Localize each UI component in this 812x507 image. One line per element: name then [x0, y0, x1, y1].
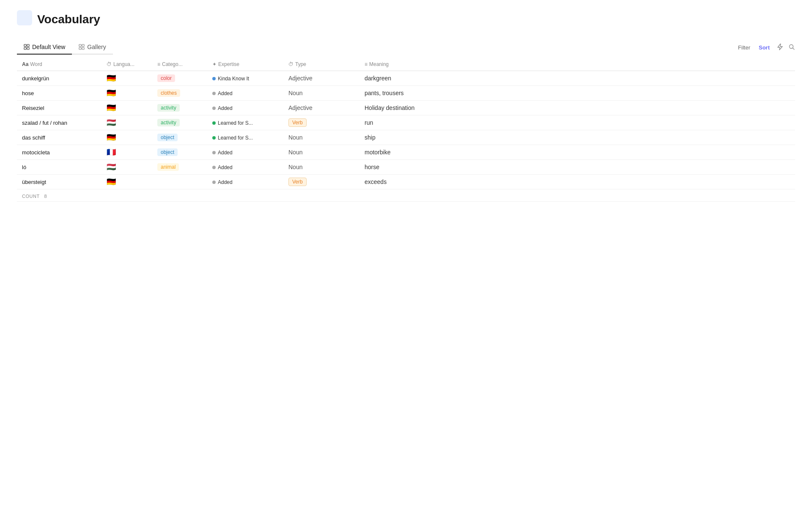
- type-badge: Verb: [288, 178, 307, 186]
- count-row: COUNT 8: [17, 189, 795, 202]
- svg-rect-9: [82, 47, 84, 49]
- word-text: das schiff: [22, 134, 45, 141]
- meaning-text: motorbike: [365, 149, 390, 156]
- language-cell: 🇩🇪: [102, 130, 152, 145]
- table-row[interactable]: Reiseziel 🇩🇪 activity Added Adjective Ho…: [17, 101, 795, 115]
- col-header-meaning: ≡ Meaning: [359, 58, 795, 71]
- word-cell: dunkelgrün: [17, 71, 102, 86]
- page: 📖 Vocabulary Default View: [0, 0, 812, 212]
- sort-button[interactable]: Sort: [757, 44, 771, 52]
- vocabulary-table: Aa Word ⏱ Langua... ≡ Catego...: [17, 58, 795, 202]
- expertise-label: Added: [218, 179, 233, 185]
- language-cell: 🇩🇪: [102, 175, 152, 189]
- col-header-type: ⏱ Type: [283, 58, 359, 71]
- expertise-dot: [212, 121, 216, 125]
- table-row[interactable]: dunkelgrün 🇩🇪 color Kinda Know It Adject…: [17, 71, 795, 86]
- flag-icon: 🇫🇷: [107, 148, 116, 156]
- page-header: 📖 Vocabulary: [17, 10, 795, 28]
- table-row[interactable]: das schiff 🇩🇪 object Learned for S... No…: [17, 130, 795, 145]
- word-text: hose: [22, 90, 34, 96]
- flag-icon: 🇩🇪: [107, 133, 116, 142]
- tab-default-view[interactable]: Default View: [17, 40, 72, 55]
- expertise-dot: [212, 166, 216, 169]
- table-row[interactable]: ló 🇭🇺 animal Added Noun horse: [17, 160, 795, 175]
- meaning-cell: motorbike: [359, 145, 795, 160]
- expertise-dot: [212, 92, 216, 95]
- expertise-label: Learned for S...: [218, 120, 253, 126]
- word-text: Reiseziel: [22, 105, 44, 111]
- word-cell: hose: [17, 86, 102, 101]
- svg-rect-4: [24, 47, 26, 49]
- table-row[interactable]: motocicleta 🇫🇷 object Added Noun motorbi…: [17, 145, 795, 160]
- toolbar-wrapper: Default View Gallery Filter Sort: [17, 37, 795, 58]
- meaning-text: horse: [365, 164, 379, 170]
- expertise-dot: [212, 151, 216, 154]
- category-tag: animal: [157, 163, 179, 171]
- word-text: motocicleta: [22, 149, 50, 156]
- flag-icon: 🇩🇪: [107, 178, 116, 186]
- word-cell: motocicleta: [17, 145, 102, 160]
- meaning-cell: exceeds: [359, 175, 795, 189]
- type-cell: Noun: [283, 160, 359, 175]
- expertise-badge: Added: [212, 179, 233, 185]
- category-tag: activity: [157, 104, 180, 112]
- language-cell: 🇫🇷: [102, 145, 152, 160]
- table-row[interactable]: szalad / fut / rohan 🇭🇺 activity Learned…: [17, 115, 795, 130]
- toolbar-right: Filter Sort: [736, 44, 795, 52]
- table-row[interactable]: übersteigt 🇩🇪 Added Verb exceeds: [17, 175, 795, 189]
- count-value: 8: [44, 194, 47, 199]
- expertise-label: Added: [218, 90, 233, 96]
- category-cell: object: [152, 145, 207, 160]
- meaning-cell: pants, trousers: [359, 86, 795, 101]
- type-badge: Noun: [288, 149, 302, 156]
- category-cell: [152, 175, 207, 189]
- expertise-badge: Added: [212, 164, 233, 170]
- flag-icon: 🇩🇪: [107, 104, 116, 112]
- expertise-badge: Learned for S...: [212, 120, 253, 126]
- search-icon[interactable]: [788, 44, 795, 52]
- expertise-badge: Added: [212, 105, 233, 111]
- category-tag: color: [157, 74, 175, 82]
- category-tag: activity: [157, 119, 180, 126]
- filter-button[interactable]: Filter: [736, 44, 752, 52]
- expertise-label: Learned for S...: [218, 135, 253, 141]
- language-cell: 🇭🇺: [102, 115, 152, 130]
- meaning-text: ship: [365, 134, 376, 141]
- type-cell: Verb: [283, 175, 359, 189]
- tab-gallery[interactable]: Gallery: [72, 40, 112, 55]
- view-tabs: Default View Gallery: [17, 40, 113, 55]
- word-text: ló: [22, 164, 26, 170]
- category-cell: clothes: [152, 86, 207, 101]
- expertise-dot: [212, 181, 216, 184]
- expertise-label: Added: [218, 164, 233, 170]
- table-row[interactable]: hose 🇩🇪 clothes Added Noun pants, trouse…: [17, 86, 795, 101]
- word-cell: szalad / fut / rohan: [17, 115, 102, 130]
- svg-rect-7: [82, 44, 84, 47]
- svg-rect-2: [24, 44, 26, 47]
- meaning-cell: darkgreen: [359, 71, 795, 86]
- meaning-text: exceeds: [365, 178, 387, 185]
- meaning-cell: Holiday destination: [359, 101, 795, 115]
- word-cell: ló: [17, 160, 102, 175]
- count-cell: COUNT 8: [17, 189, 795, 202]
- word-text: übersteigt: [22, 179, 46, 185]
- type-badge: Verb: [288, 118, 307, 127]
- expertise-cell: Added: [207, 101, 283, 115]
- type-cell: Noun: [283, 130, 359, 145]
- expertise-cell: Added: [207, 86, 283, 101]
- col-header-expertise: ✦ Expertise: [207, 58, 283, 71]
- table-header-row: Aa Word ⏱ Langua... ≡ Catego...: [17, 58, 795, 71]
- category-tag: object: [157, 148, 178, 156]
- count-label: COUNT: [22, 194, 40, 199]
- expertise-dot: [212, 77, 216, 80]
- flash-icon[interactable]: [776, 44, 783, 52]
- category-cell: activity: [152, 101, 207, 115]
- svg-rect-8: [79, 47, 81, 49]
- type-badge: Adjective: [288, 75, 313, 82]
- meaning-text: darkgreen: [365, 75, 391, 82]
- language-cell: 🇩🇪: [102, 86, 152, 101]
- flag-icon: 🇭🇺: [107, 118, 116, 127]
- table-body: dunkelgrün 🇩🇪 color Kinda Know It Adject…: [17, 71, 795, 202]
- type-cell: Adjective: [283, 101, 359, 115]
- expertise-label: Kinda Know It: [218, 76, 249, 82]
